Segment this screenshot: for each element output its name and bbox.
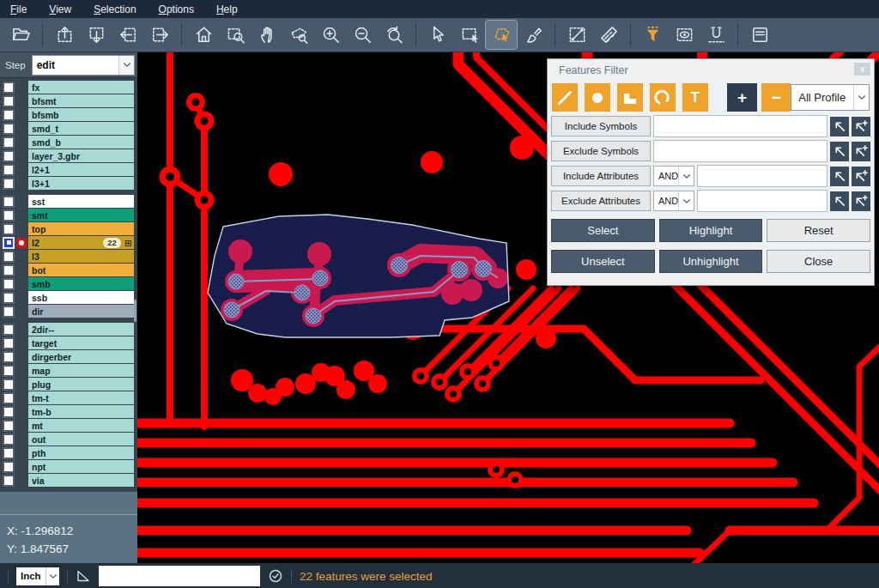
layer-label[interactable]: smb bbox=[28, 277, 134, 290]
layer-row-via[interactable]: via bbox=[0, 474, 137, 487]
layer-label[interactable]: ssb bbox=[28, 291, 134, 304]
layer-visibility-checkbox[interactable] bbox=[3, 209, 15, 221]
zoom-previous-button[interactable] bbox=[379, 21, 409, 49]
layer-row-l2+1[interactable]: l2+1 bbox=[0, 163, 137, 176]
layer-visibility-checkbox[interactable] bbox=[3, 306, 15, 318]
layer-label[interactable]: target bbox=[28, 336, 134, 349]
layer-label[interactable]: fx bbox=[28, 81, 134, 94]
layer-visibility-checkbox[interactable] bbox=[3, 123, 15, 135]
layer-row-layer_3.gbr[interactable]: layer_3.gbr bbox=[0, 149, 137, 162]
layer-label[interactable]: bfsmb bbox=[28, 108, 134, 121]
layer-label[interactable]: top bbox=[28, 222, 134, 235]
step-dropdown[interactable]: edit bbox=[32, 55, 135, 76]
include-attributes-input[interactable] bbox=[697, 165, 827, 187]
layer-label[interactable]: l222⊞ bbox=[28, 236, 134, 249]
command-input[interactable] bbox=[99, 566, 260, 586]
layer-label[interactable]: map bbox=[28, 364, 134, 377]
layer-label[interactable]: pth bbox=[28, 446, 134, 459]
layer-label[interactable]: bfsmt bbox=[28, 94, 134, 107]
layer-row-plug[interactable]: plug bbox=[0, 378, 137, 391]
layer-visibility-checkbox[interactable] bbox=[3, 136, 15, 149]
include-symbols-button[interactable]: Include Symbols bbox=[551, 116, 651, 136]
layer-visibility-checkbox[interactable] bbox=[3, 178, 15, 190]
layer-visibility-checkbox[interactable] bbox=[3, 337, 15, 349]
layer-visibility-checkbox[interactable] bbox=[3, 223, 15, 235]
exclude-attributes-button[interactable]: Exclude Attributes bbox=[551, 191, 651, 211]
zoom-object-button[interactable] bbox=[283, 21, 314, 49]
open-folder-button[interactable] bbox=[5, 21, 36, 49]
menu-help[interactable]: Help bbox=[216, 3, 238, 15]
zoom-in-button[interactable] bbox=[315, 21, 346, 49]
layer-row-tm-t[interactable]: tm-t bbox=[0, 391, 137, 404]
layer-row-target[interactable]: target bbox=[0, 336, 137, 349]
pick-from-canvas-button[interactable] bbox=[830, 191, 849, 211]
layer-label[interactable]: via bbox=[28, 474, 134, 487]
layer-row-bot[interactable]: bot bbox=[0, 264, 137, 276]
measure-ruler-button[interactable] bbox=[593, 21, 624, 49]
unselect-button[interactable]: Unselect bbox=[551, 250, 655, 273]
layer-visibility-checkbox[interactable] bbox=[3, 365, 15, 377]
pick-add-from-canvas-button[interactable] bbox=[852, 167, 870, 186]
pick-from-canvas-button[interactable] bbox=[830, 167, 849, 186]
layer-visibility-checkbox[interactable] bbox=[3, 406, 15, 418]
layer-label[interactable]: l2+1 bbox=[28, 163, 134, 176]
layer-label[interactable]: smd_t bbox=[28, 122, 134, 135]
layer-visibility-checkbox[interactable] bbox=[3, 433, 15, 446]
exclude-symbols-button[interactable]: Exclude Symbols bbox=[551, 141, 651, 161]
layer-label[interactable]: tm-t bbox=[28, 391, 134, 404]
layer-visibility-checkbox[interactable] bbox=[3, 278, 15, 290]
layer-visibility-checkbox[interactable] bbox=[3, 324, 15, 336]
view-options-button[interactable] bbox=[669, 21, 700, 49]
exclude-attributes-operator-dropdown[interactable]: AND bbox=[653, 191, 694, 211]
layer-visibility-checkbox[interactable] bbox=[3, 237, 15, 249]
include-attributes-operator-dropdown[interactable]: AND bbox=[653, 166, 694, 186]
layer-visibility-checkbox[interactable] bbox=[3, 475, 15, 487]
select-rectangle-button[interactable] bbox=[454, 21, 485, 49]
layer-label[interactable]: l3+1 bbox=[28, 177, 134, 190]
layer-visibility-checkbox[interactable] bbox=[3, 82, 15, 94]
layer-label[interactable]: smt bbox=[28, 209, 134, 221]
menu-selection[interactable]: Selection bbox=[94, 3, 136, 15]
layer-row-sst[interactable]: sst bbox=[0, 195, 137, 208]
pick-add-from-canvas-button[interactable] bbox=[852, 142, 870, 161]
layer-label[interactable]: bot bbox=[28, 264, 134, 276]
layer-row-out[interactable]: out bbox=[0, 433, 137, 446]
layer-row-smd_b[interactable]: smd_b bbox=[0, 136, 137, 149]
layer-visibility-checkbox[interactable] bbox=[3, 392, 15, 404]
dialog-close-icon[interactable]: x bbox=[854, 63, 870, 76]
menu-view[interactable]: View bbox=[49, 3, 71, 15]
pan-hand-button[interactable] bbox=[252, 21, 282, 49]
pick-from-canvas-button[interactable] bbox=[830, 117, 849, 136]
layer-visibility-checkbox[interactable] bbox=[3, 196, 15, 208]
exclude-attributes-input[interactable] bbox=[697, 190, 827, 212]
layer-row-top[interactable]: top bbox=[0, 222, 137, 235]
layer-visibility-checkbox[interactable] bbox=[3, 447, 15, 459]
add-filter-button[interactable]: + bbox=[727, 83, 758, 112]
exclude-symbols-input[interactable] bbox=[653, 140, 827, 162]
layer-label[interactable]: 2dir-- bbox=[28, 323, 134, 336]
layer-row-ssb[interactable]: ssb bbox=[0, 291, 137, 304]
layer-row-map[interactable]: map bbox=[0, 364, 137, 377]
layer-visibility-checkbox[interactable] bbox=[3, 109, 15, 121]
layer-visibility-checkbox[interactable] bbox=[3, 264, 15, 276]
zoom-out-button[interactable] bbox=[347, 21, 378, 49]
layer-row-mt[interactable]: mt bbox=[0, 419, 137, 432]
pan-right-button[interactable] bbox=[144, 21, 175, 49]
layer-label[interactable]: plug bbox=[28, 378, 134, 391]
layer-row-bfsmt[interactable]: bfsmt bbox=[0, 94, 137, 107]
select-button[interactable]: Select bbox=[551, 219, 655, 242]
layer-label[interactable]: out bbox=[28, 433, 134, 446]
layer-row-l3[interactable]: l3 bbox=[0, 250, 137, 263]
layer-row-pth[interactable]: pth bbox=[0, 446, 137, 459]
remove-filter-button[interactable]: − bbox=[761, 83, 791, 112]
close-button[interactable]: Close bbox=[767, 250, 870, 273]
include-symbols-input[interactable] bbox=[653, 115, 827, 137]
layer-label[interactable]: npt bbox=[28, 460, 134, 473]
layer-label[interactable]: layer_3.gbr bbox=[28, 149, 134, 162]
layer-label[interactable]: dirgerber bbox=[28, 350, 134, 363]
layers-panel-button[interactable] bbox=[744, 21, 775, 49]
select-polygon-button[interactable] bbox=[486, 21, 517, 49]
layer-visibility-checkbox[interactable] bbox=[3, 95, 15, 107]
units-dropdown[interactable]: Inch bbox=[16, 567, 59, 585]
layer-row-l2[interactable]: l222⊞ bbox=[0, 236, 137, 249]
